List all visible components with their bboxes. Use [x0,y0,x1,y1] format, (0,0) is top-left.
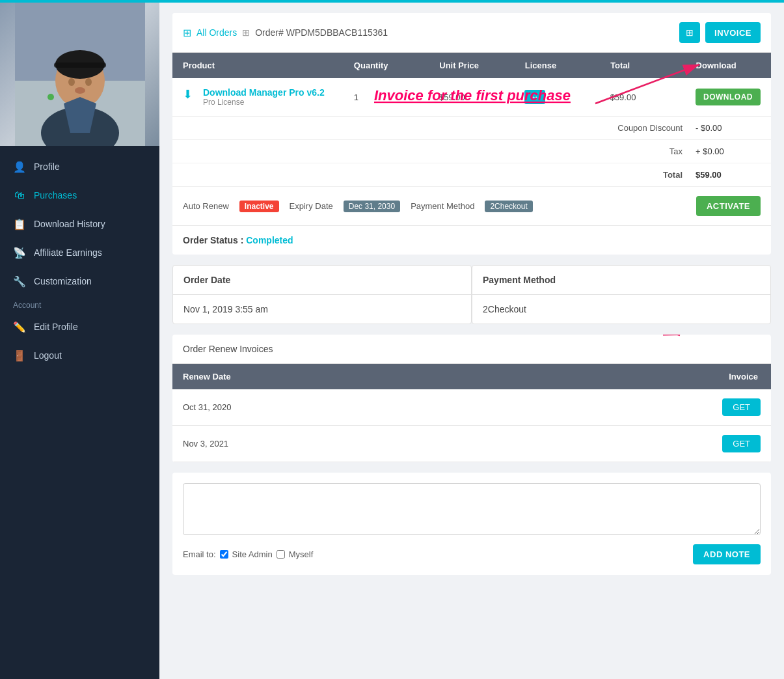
download-cell: DOWNLOAD [685,79,771,115]
grid-toggle-button[interactable]: ⊞ [679,22,700,43]
tax-value: + $0.00 [696,146,761,156]
breadcrumb-separator: ⊞ [242,27,250,38]
profile-icon: 👤 [13,160,26,173]
myself-checkbox[interactable] [277,550,285,559]
svg-point-10 [47,94,54,100]
tax-label: Tax [591,146,696,156]
sidebar-item-edit-profile[interactable]: ✏️ Edit Profile [0,312,159,341]
invoice-arrow-svg: Invoice for the first purchase [368,77,693,143]
note-textarea[interactable] [183,483,761,535]
order-detail-box: ⊞ All Orders ⊞ Order# WPDM5DBBACB115361 … [172,13,771,255]
renew-row-1: Oct 31, 2020 GET [172,389,771,426]
auto-renew-label: Auto Renew [183,201,229,211]
sidebar-item-logout[interactable]: 🚪 Logout [0,341,159,370]
order-date-card: Order Date Nov 1, 2019 3:55 am [172,265,472,324]
payment-method-value: 2Checkout [485,201,532,212]
tax-row: Tax + $0.00 [172,140,771,163]
note-section: Email to: Site Admin Myself ADD NOTE [172,473,771,575]
sidebar-item-download-history[interactable]: 📋 Download History [0,210,159,238]
payment-method-card: Payment Method 2Checkout [472,265,771,324]
get-invoice-button-1[interactable]: GET [722,398,761,416]
myself-label: Myself [289,549,314,559]
account-section-label: Account [0,296,159,312]
sidebar-item-profile[interactable]: 👤 Profile [0,152,159,181]
renew-invoices-title: Order Renew Invoices [172,335,771,364]
renew-invoices-box: Order Renew Invoices Renew Date Invoice … [172,335,771,462]
svg-point-7 [85,78,92,86]
avatar [0,3,159,146]
renew-col-date: Renew Date [172,364,472,389]
download-history-icon: 📋 [13,217,26,230]
col-product: Product [172,53,344,78]
total-value: $59.00 [696,170,761,180]
site-admin-label: Site Admin [232,549,273,559]
expiry-date: Dec 31, 2030 [344,201,400,212]
get-invoice-button-2[interactable]: GET [722,435,761,452]
edit-profile-icon: ✏️ [13,320,26,333]
product-license: Pro License [203,98,325,107]
order-status: Order Status : Completed [172,226,771,255]
svg-line-16 [582,335,680,335]
total-row: Total $59.00 [172,163,771,187]
grid-icon: ⊞ [183,27,191,39]
svg-text:Invoice for the first purchase: Invoice for the first purchase [374,87,571,104]
order-date-header: Order Date [173,266,471,295]
invoice-button[interactable]: INVOICE [705,22,761,43]
activate-button[interactable]: ACTIVATE [696,196,761,216]
renewal-arrow-svg: Order renewal invoice [400,335,725,339]
order-status-label: Order Status : [183,235,243,245]
order-number: Order# WPDM5DBBACB115361 [255,27,388,38]
all-orders-link[interactable]: All Orders [196,27,237,38]
order-status-value: Completed [246,235,293,245]
col-license: License [515,53,600,78]
affiliate-icon: 📡 [13,246,26,259]
logout-icon: 🚪 [13,349,26,362]
site-admin-checkbox[interactable] [220,550,228,559]
sidebar-item-affiliate-earnings[interactable]: 📡 Affiliate Earnings [0,238,159,267]
product-cell: ⬇ Download Manager Pro v6.2 Pro License [172,78,344,116]
meta-row: Auto Renew Inactive Expiry Date Dec 31, … [172,187,771,226]
coupon-value: - $0.00 [696,123,761,133]
svg-point-6 [68,78,75,86]
email-to-text: Email to: [183,549,216,559]
order-date-value: Nov 1, 2019 3:55 am [173,295,471,324]
all-orders-label: All Orders [196,27,237,38]
renew-date-1: Oct 31, 2020 [172,393,472,421]
sidebar-item-download-history-label: Download History [34,219,105,229]
sidebar-item-affiliate-earnings-label: Affiliate Earnings [34,247,102,258]
sidebar-item-purchases[interactable]: 🛍 Purchases [0,181,159,210]
sidebar-item-purchases-label: Purchases [34,190,77,201]
main-content: ⊞ All Orders ⊞ Order# WPDM5DBBACB115361 … [159,0,784,679]
auto-renew-status: Inactive [239,201,279,212]
breadcrumb-actions: ⊞ INVOICE [679,22,761,43]
renew-table-header: Renew Date Invoice [172,364,771,389]
download-button[interactable]: DOWNLOAD [696,89,761,105]
sidebar-navigation: 👤 Profile 🛍 Purchases 📋 Download History… [0,146,159,679]
product-download-icon: ⬇ [183,87,193,102]
svg-rect-9 [54,62,106,68]
sidebar-item-customization-label: Customization [34,276,92,286]
add-note-button[interactable]: ADD NOTE [693,544,761,564]
sidebar-item-customization[interactable]: 🔧 Customization [0,267,159,296]
payment-method-header: Payment Method [472,266,770,295]
sidebar: 👤 Profile 🛍 Purchases 📋 Download History… [0,0,159,679]
info-cards-grid: Order Date Nov 1, 2019 3:55 am Payment M… [172,265,771,324]
purchases-icon: 🛍 [13,189,26,202]
svg-point-8 [75,87,85,94]
avatar-image [0,3,159,146]
expiry-label: Expiry Date [290,201,333,211]
renew-date-2: Nov 3, 2021 [172,430,472,458]
payment-method-label: Payment Method [411,201,474,211]
email-label: Email to: Site Admin Myself [183,549,313,559]
note-footer: Email to: Site Admin Myself ADD NOTE [183,544,761,564]
sidebar-item-edit-profile-label: Edit Profile [34,322,78,332]
renew-invoice-2: GET [472,426,771,462]
product-table-header: Product Quantity Unit Price License Tota… [172,53,771,78]
renew-col-invoice: Invoice [472,364,771,389]
col-quantity: Quantity [344,53,429,78]
renew-invoice-1: GET [472,389,771,425]
sidebar-item-profile-label: Profile [34,161,60,172]
customization-icon: 🔧 [13,275,26,288]
payment-method-value: 2Checkout [472,295,770,324]
renew-row-2: Nov 3, 2021 GET [172,426,771,462]
